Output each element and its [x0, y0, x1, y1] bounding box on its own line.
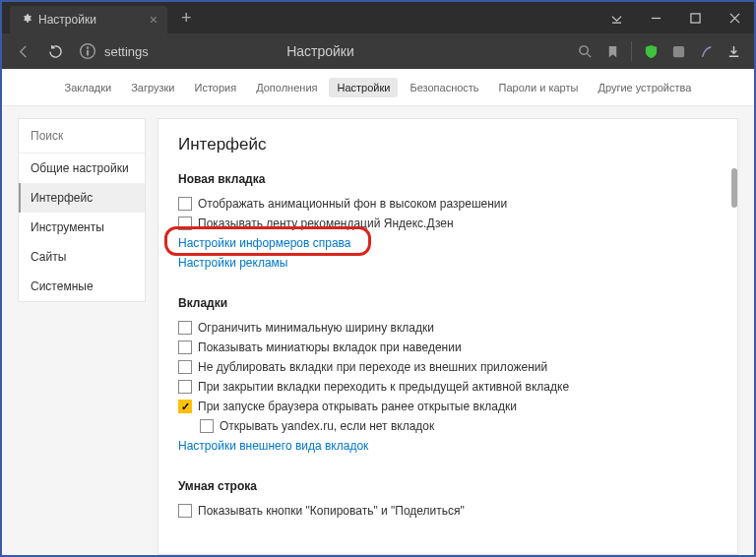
- checkbox[interactable]: [178, 380, 192, 394]
- downloads-icon[interactable]: [721, 38, 746, 64]
- url-box[interactable]: settings Настройки: [73, 42, 568, 60]
- svg-rect-0: [690, 13, 699, 22]
- sidebar-item[interactable]: Системные: [19, 272, 145, 301]
- gear-icon: [20, 12, 32, 28]
- checkbox[interactable]: [178, 504, 192, 518]
- topnav-item[interactable]: Закладки: [57, 78, 120, 97]
- shield-icon[interactable]: [638, 38, 663, 64]
- extension-icon-1[interactable]: [665, 38, 691, 64]
- checkbox[interactable]: [178, 321, 192, 335]
- checkbox[interactable]: [178, 197, 192, 211]
- close-button[interactable]: [715, 2, 754, 33]
- addressbar: settings Настройки: [2, 33, 754, 69]
- checkbox-row[interactable]: Открывать yandex.ru, если нет вкладок: [200, 416, 718, 436]
- checkbox-label: Не дублировать вкладки при переходе из в…: [198, 360, 547, 374]
- sidebar-item[interactable]: Инструменты: [19, 213, 145, 242]
- checkbox[interactable]: [178, 217, 192, 230]
- checkbox-row[interactable]: Не дублировать вкладки при переходе из в…: [178, 357, 718, 377]
- topnav-item[interactable]: Пароли и карты: [491, 78, 587, 97]
- maximize-button[interactable]: [675, 2, 715, 33]
- checkbox-row[interactable]: При запуске браузера открывать ранее отк…: [178, 397, 718, 416]
- content: Общие настройкиИнтерфейсИнструментыСайты…: [2, 106, 754, 555]
- checkbox[interactable]: [200, 419, 214, 433]
- svg-rect-2: [87, 50, 89, 56]
- checkbox-label: При закрытии вкладки переходить к предыд…: [198, 380, 569, 394]
- sidebar-item[interactable]: Общие настройки: [19, 154, 145, 183]
- checkbox-label: Показывать ленту рекомендаций Яндекс.Дзе…: [198, 217, 454, 230]
- svg-point-4: [579, 45, 587, 53]
- settings-link[interactable]: Настройки рекламы: [178, 253, 718, 273]
- minimize-button[interactable]: [636, 2, 675, 33]
- settings-topnav: ЗакладкиЗагрузкиИсторияДополненияНастрой…: [2, 69, 754, 106]
- checkbox-row[interactable]: Показывать ленту рекомендаций Яндекс.Дзе…: [178, 214, 718, 233]
- tray-button[interactable]: [597, 2, 636, 33]
- search-input[interactable]: [31, 129, 133, 143]
- site-info-icon[interactable]: [79, 42, 96, 60]
- page-heading: Интерфейс: [178, 135, 718, 155]
- section-title: Умная строка: [178, 479, 718, 493]
- checkbox-label: Открывать yandex.ru, если нет вкладок: [220, 419, 434, 433]
- topnav-item[interactable]: Дополнения: [248, 78, 325, 97]
- section-title: Новая вкладка: [178, 172, 718, 186]
- topnav-item[interactable]: Загрузки: [123, 78, 182, 97]
- checkbox-row[interactable]: Показывать миниатюры вкладок при наведен…: [178, 338, 718, 357]
- bookmark-icon[interactable]: [599, 38, 625, 64]
- settings-link[interactable]: Настройки внешнего вида вкладок: [178, 436, 718, 456]
- tab-title: Настройки: [38, 13, 150, 27]
- checkbox-row[interactable]: Ограничить минимальную ширину вкладки: [178, 318, 718, 338]
- checkbox-label: Показывать кнопки "Копировать" и "Подели…: [198, 504, 465, 518]
- checkbox-label: Отображать анимационный фон в высоком ра…: [198, 197, 507, 211]
- url-text: settings: [104, 44, 149, 59]
- checkbox-row[interactable]: Показывать кнопки "Копировать" и "Подели…: [178, 501, 718, 521]
- search-icon[interactable]: [572, 38, 598, 64]
- titlebar: Настройки × +: [2, 2, 754, 33]
- sidebar-item[interactable]: Сайты: [19, 242, 145, 272]
- checkbox-label: Ограничить минимальную ширину вкладки: [198, 321, 434, 335]
- checkbox-row[interactable]: Отображать анимационный фон в высоком ра…: [178, 194, 718, 214]
- topnav-item[interactable]: Безопасность: [402, 78, 486, 97]
- svg-rect-5: [672, 45, 683, 56]
- browser-tab[interactable]: Настройки ×: [10, 6, 167, 33]
- section-title: Вкладки: [178, 296, 718, 310]
- settings-sidebar: Общие настройкиИнтерфейсИнструментыСайты…: [18, 118, 146, 302]
- reload-button[interactable]: [41, 37, 69, 65]
- topnav-item[interactable]: Настройки: [329, 78, 398, 97]
- scrollbar-thumb[interactable]: [731, 168, 737, 208]
- checkbox-label: Показывать миниатюры вкладок при наведен…: [198, 340, 462, 354]
- sidebar-item[interactable]: Интерфейс: [19, 183, 145, 213]
- new-tab-button[interactable]: +: [167, 8, 206, 29]
- settings-link[interactable]: Настройки информеров справа: [178, 233, 718, 253]
- checkbox[interactable]: [178, 360, 192, 374]
- page-title-center: Настройки: [286, 43, 354, 59]
- tab-close-icon[interactable]: ×: [150, 12, 158, 28]
- feather-icon[interactable]: [693, 38, 719, 64]
- checkbox[interactable]: [178, 340, 192, 354]
- checkbox-label: При запуске браузера открывать ранее отк…: [198, 400, 517, 413]
- topnav-item[interactable]: История: [187, 78, 245, 97]
- checkbox[interactable]: [178, 400, 192, 413]
- back-button[interactable]: [10, 37, 37, 65]
- checkbox-row[interactable]: При закрытии вкладки переходить к предыд…: [178, 377, 718, 397]
- svg-rect-3: [87, 47, 89, 49]
- sidebar-search[interactable]: [19, 119, 145, 154]
- settings-main: Интерфейс Новая вкладкаОтображать анимац…: [158, 118, 738, 555]
- topnav-item[interactable]: Другие устройства: [590, 78, 699, 97]
